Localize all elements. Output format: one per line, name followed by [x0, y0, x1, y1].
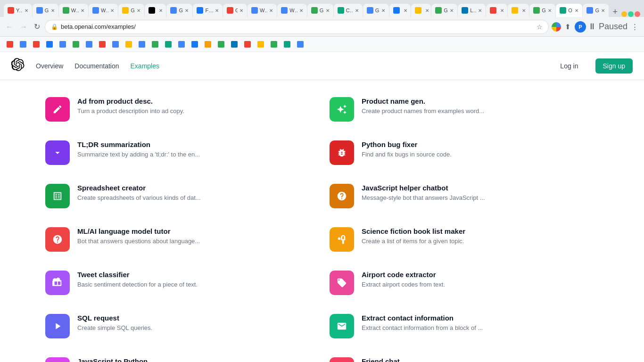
browser-tab-t23[interactable]: Google ✕: [583, 4, 609, 17]
bookmark-item[interactable]: [17, 40, 29, 49]
close-button[interactable]: [635, 11, 640, 17]
profile-button[interactable]: P: [575, 21, 586, 33]
card-text: Python bug fixer Find and fix bugs in so…: [362, 140, 452, 159]
browser-tab-t14[interactable]: Google ✕: [363, 4, 389, 17]
bookmark-item[interactable]: [241, 40, 254, 49]
partial-row: Ad from product desc. Turn a product des…: [38, 88, 606, 131]
bookmark-item[interactable]: [189, 40, 201, 49]
example-card-8[interactable]: SQL request Create simple SQL queries.: [38, 304, 322, 348]
card-text: JavaScript helper chatbot Message-style …: [362, 184, 485, 202]
card-title: Tweet classifier: [77, 271, 198, 279]
card-title: Product name gen.: [362, 97, 484, 105]
star-icon[interactable]: ☆: [537, 23, 543, 31]
bookmark-item[interactable]: [268, 40, 280, 49]
browser-tab-t17[interactable]: Google ✕: [431, 4, 457, 17]
browser-tab-t7[interactable]: Google ✕: [166, 4, 192, 17]
bookmark-item[interactable]: [70, 40, 82, 49]
signup-button[interactable]: Sign up: [595, 58, 633, 74]
browser-tab-t19[interactable]: Site ✕: [486, 4, 507, 17]
back-button[interactable]: ←: [4, 21, 15, 33]
browser-tab-t9[interactable]: Gmail ✕: [223, 4, 247, 17]
tab-strip: YouTube ✕ Google ✕ Wikipedia ✕ Wikipedia…: [4, 4, 609, 17]
bookmark-item[interactable]: [4, 40, 16, 49]
pause-badge: ⏸ Paused: [588, 22, 627, 32]
bookmark-item[interactable]: [43, 40, 56, 49]
bookmark-item[interactable]: [228, 40, 240, 49]
maximize-button[interactable]: [628, 11, 634, 17]
example-card-1[interactable]: Python bug fixer Find and fix bugs in so…: [322, 131, 606, 174]
card-icon: [45, 357, 70, 362]
bookmark-item[interactable]: [294, 40, 306, 49]
example-card-0[interactable]: TL;DR summarization Summarize text by ad…: [38, 131, 322, 174]
example-card-11[interactable]: Friend chat Emulate a text message conve…: [322, 348, 606, 362]
browser-tab-t2[interactable]: Google ✕: [33, 4, 58, 17]
card-desc: Turn a product description into ad copy.: [77, 107, 184, 115]
card-desc: Basic sentiment detection for a piece of…: [77, 280, 198, 289]
bookmark-item[interactable]: [136, 40, 148, 49]
example-card-9[interactable]: Extract contact information Extract cont…: [322, 304, 606, 348]
bookmark-item[interactable]: [255, 40, 267, 49]
bookmark-item[interactable]: [202, 40, 214, 49]
nav-documentation[interactable]: Documentation: [74, 62, 119, 70]
lock-icon: 🔒: [51, 24, 58, 30]
browser-tab-t15[interactable]: Site ✕: [389, 4, 411, 17]
browser-tab-t18[interactable]: LinkedIn ✕: [458, 4, 486, 17]
bookmark-item[interactable]: [123, 40, 135, 49]
bookmark-item[interactable]: [83, 40, 95, 49]
card-text: Extract contact information Extract cont…: [362, 314, 483, 332]
bookmark-item[interactable]: [30, 40, 42, 49]
browser-tab-t12[interactable]: Google ✕: [307, 4, 333, 17]
card-desc: Summarize text by adding a 'tl;dr:' to t…: [77, 150, 200, 159]
bookmark-button[interactable]: ⬆: [563, 21, 573, 33]
example-card-4[interactable]: ML/AI language model tutor Bot that answ…: [38, 218, 322, 261]
example-card-2[interactable]: Spreadsheet creator Create spreadsheets …: [38, 174, 322, 218]
bookmark-item[interactable]: [175, 40, 188, 49]
bookmark-item[interactable]: [96, 40, 108, 49]
address-bar[interactable]: 🔒 beta.openai.com/examples/ ☆: [45, 20, 549, 34]
example-card-partial-1[interactable]: Product name gen. Create product names f…: [322, 88, 606, 131]
bookmark-item[interactable]: [109, 40, 122, 49]
new-tab-button[interactable]: +: [610, 7, 620, 17]
bookmark-item[interactable]: [162, 40, 174, 49]
browser-tab-t21[interactable]: Google ✕: [529, 4, 555, 17]
nav-overview[interactable]: Overview: [36, 62, 63, 70]
example-card-7[interactable]: Airport code extractor Extract airport c…: [322, 261, 606, 304]
example-card-partial-0[interactable]: Ad from product desc. Turn a product des…: [38, 88, 322, 131]
browser-tab-t16[interactable]: BT ✕: [411, 4, 431, 17]
minimize-button[interactable]: [621, 11, 627, 17]
browser-tab-t11[interactable]: Wikipedia ✕: [277, 4, 306, 17]
browser-tab-t20[interactable]: Site ✕: [508, 4, 529, 17]
card-desc: Find and fix bugs in source code.: [362, 150, 452, 159]
browser-tab-t1[interactable]: YouTube ✕: [4, 4, 32, 17]
browser-tab-t5[interactable]: Google ✕: [118, 4, 144, 17]
browser-tab-bar: YouTube ✕ Google ✕ Wikipedia ✕ Wikipedia…: [0, 0, 644, 17]
toolbar-icons: ⬆ P ⏸ Paused ⋮: [552, 21, 640, 33]
nav-examples[interactable]: Examples: [131, 62, 159, 70]
browser-tab-t10[interactable]: Wikipedia ✕: [248, 4, 277, 17]
reload-button[interactable]: ↻: [32, 20, 42, 33]
bookmark-item[interactable]: [281, 40, 293, 49]
browser-tab-t8[interactable]: Facebook ✕: [193, 4, 223, 17]
example-card-3[interactable]: JavaScript helper chatbot Message-style …: [322, 174, 606, 218]
card-icon: [330, 227, 354, 252]
browser-tab-t3[interactable]: Wikipedia ✕: [59, 4, 88, 17]
example-card-10[interactable]: JavaScript to Python Convert simple Java…: [38, 348, 322, 362]
browser-tab-t13[interactable]: ChatGPT ✕: [334, 4, 363, 17]
card-icon: [330, 97, 354, 122]
browser-tab-t4[interactable]: Wikipedia ✕: [89, 4, 118, 17]
card-title: SQL request: [77, 314, 152, 322]
card-title: ML/AI language model tutor: [77, 227, 200, 235]
browser-tab-t6[interactable]: Site ✕: [145, 4, 166, 17]
card-icon: [45, 184, 70, 208]
example-card-5[interactable]: Science fiction book list maker Create a…: [322, 218, 606, 261]
card-desc: Create product names from examples word.…: [362, 107, 484, 115]
browser-tab-t22[interactable]: OpenAI ✕: [556, 4, 582, 17]
login-button[interactable]: Log in: [554, 59, 584, 73]
forward-button[interactable]: →: [18, 21, 29, 33]
menu-button[interactable]: ⋮: [629, 21, 640, 33]
bookmark-item[interactable]: [215, 40, 227, 49]
bookmark-item[interactable]: [57, 40, 69, 49]
example-card-6[interactable]: Tweet classifier Basic sentiment detecti…: [38, 261, 322, 304]
bookmark-item[interactable]: [149, 40, 161, 49]
card-desc: Extract airport codes from text.: [362, 280, 445, 289]
